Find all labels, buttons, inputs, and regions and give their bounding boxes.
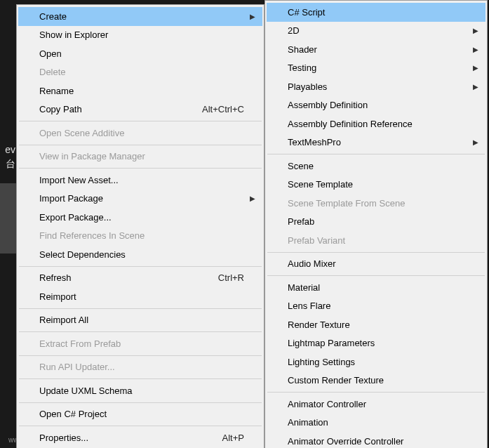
menu-separator	[267, 392, 485, 393]
create-menu-item-playables[interactable]: Playables▶	[267, 77, 485, 96]
menu-item-label: Export Package...	[39, 211, 257, 225]
main-menu-item-open-scene-additive: Open Scene Additive	[18, 124, 262, 143]
chevron-right-icon: ▶	[473, 81, 478, 92]
create-menu-item-material[interactable]: Material	[267, 278, 485, 297]
menu-item-label: Open	[39, 47, 257, 61]
menu-item-label: Import Package	[39, 192, 257, 206]
menu-item-label: Delete	[39, 65, 257, 79]
menu-separator	[19, 168, 262, 169]
menu-item-label: Properties...	[39, 431, 214, 445]
main-menu-item-find-references-in-scene: Find References In Scene	[18, 227, 262, 246]
menu-item-label: Find References In Scene	[39, 229, 257, 243]
menu-item-label: Copy Path	[39, 103, 194, 117]
create-menu-item-animator-controller[interactable]: Animator Controller	[267, 395, 485, 414]
chevron-right-icon: ▶	[473, 137, 478, 147]
create-menu-item-custom-render-texture[interactable]: Custom Render Texture	[267, 371, 485, 390]
context-menu-main: Create▶Show in ExplorerOpenDeleteRenameC…	[16, 4, 264, 448]
create-menu-item-scene[interactable]: Scene	[267, 157, 485, 176]
menu-item-label: Refresh	[39, 271, 210, 285]
menu-item-label: Lightmap Parameters	[288, 336, 480, 350]
main-menu-item-reimport-all[interactable]: Reimport All	[18, 311, 262, 330]
create-menu-item-prefab[interactable]: Prefab	[267, 213, 485, 232]
menu-item-label: C# Script	[288, 6, 480, 20]
create-menu-item-prefab-variant: Prefab Variant	[267, 231, 485, 250]
menu-item-label: Lighting Settings	[288, 355, 480, 369]
create-menu-item-animator-override-controller[interactable]: Animator Override Controller	[267, 432, 485, 448]
chevron-right-icon: ▶	[250, 11, 255, 22]
chevron-right-icon: ▶	[473, 62, 478, 73]
main-menu-item-run-api-updater: Run API Updater...	[18, 358, 262, 377]
menu-item-label: Audio Mixer	[288, 257, 480, 271]
main-menu-item-update-uxml-schema[interactable]: Update UXML Schema	[18, 381, 262, 400]
menu-item-label: Prefab Variant	[288, 234, 480, 248]
menu-item-label: Update UXML Schema	[39, 384, 257, 398]
main-menu-item-export-package[interactable]: Export Package...	[18, 208, 262, 227]
menu-separator	[19, 402, 262, 403]
menu-item-label: Animation	[288, 416, 480, 430]
main-menu-item-import-package[interactable]: Import Package▶	[18, 190, 262, 209]
menu-item-label: View in Package Manager	[39, 150, 257, 164]
menu-separator	[267, 275, 485, 276]
menu-item-label: Run API Updater...	[39, 360, 257, 374]
menu-separator	[19, 121, 262, 121]
create-menu-item-lens-flare[interactable]: Lens Flare	[267, 297, 485, 316]
chevron-right-icon: ▶	[473, 25, 478, 36]
menu-item-label: Create	[39, 10, 257, 24]
menu-item-label: Import New Asset...	[39, 173, 257, 187]
create-menu-item-2d[interactable]: 2D▶	[267, 22, 485, 41]
main-menu-item-rename[interactable]: Rename	[18, 81, 262, 100]
menu-item-label: Shader	[288, 43, 480, 57]
create-menu-item-lightmap-parameters[interactable]: Lightmap Parameters	[267, 334, 485, 353]
menu-item-label: Reimport All	[39, 313, 257, 327]
create-menu-item-assembly-definition[interactable]: Assembly Definition	[267, 96, 485, 115]
create-menu-item-testing[interactable]: Testing▶	[267, 59, 485, 78]
main-menu-item-copy-path[interactable]: Copy PathAlt+Ctrl+C	[18, 100, 262, 119]
main-menu-item-open-c-project[interactable]: Open C# Project	[18, 405, 262, 424]
chevron-right-icon: ▶	[250, 193, 255, 204]
menu-item-label: Material	[288, 281, 480, 295]
partial-text-1: ev	[0, 144, 15, 155]
create-menu-item-render-texture[interactable]: Render Texture	[267, 315, 485, 334]
main-menu-item-refresh[interactable]: RefreshCtrl+R	[18, 269, 262, 288]
menu-item-label: Scene Template	[288, 178, 480, 192]
menu-item-label: Show in Explorer	[39, 28, 257, 42]
chevron-right-icon: ▶	[473, 44, 478, 55]
main-menu-item-select-dependencies[interactable]: Select Dependencies	[18, 245, 262, 264]
menu-item-label: 2D	[288, 24, 480, 38]
main-menu-item-show-in-explorer[interactable]: Show in Explorer	[18, 26, 262, 45]
menu-item-label: Open Scene Additive	[39, 126, 257, 140]
create-menu-item-textmeshpro[interactable]: TextMeshPro▶	[267, 133, 485, 152]
menu-item-label: Extract From Prefab	[39, 337, 257, 351]
menu-item-label: Reimport	[39, 290, 257, 304]
menu-separator	[19, 308, 262, 309]
main-menu-item-delete: Delete	[18, 63, 262, 82]
menu-item-label: Testing	[288, 61, 480, 75]
menu-item-label: TextMeshPro	[288, 136, 480, 150]
create-menu-item-shader[interactable]: Shader▶	[267, 40, 485, 59]
create-menu-item-lighting-settings[interactable]: Lighting Settings	[267, 353, 485, 371]
menu-item-label: Animator Override Controller	[288, 435, 480, 449]
menu-item-label: Lens Flare	[288, 299, 480, 313]
menu-item-label: Render Texture	[288, 318, 480, 332]
create-menu-item-scene-template[interactable]: Scene Template	[267, 176, 485, 195]
menu-separator	[267, 252, 485, 253]
create-menu-item-assembly-definition-reference[interactable]: Assembly Definition Reference	[267, 114, 485, 133]
main-menu-item-properties[interactable]: Properties...Alt+P	[18, 428, 262, 447]
menu-item-label: Scene	[288, 159, 480, 173]
menu-item-shortcut: Ctrl+R	[218, 271, 244, 285]
panel-strip	[0, 183, 16, 253]
menu-item-label: Custom Render Texture	[288, 374, 480, 388]
context-menu-create: C# Script2D▶Shader▶Testing▶Playables▶Ass…	[264, 0, 488, 448]
main-menu-item-create[interactable]: Create▶	[18, 7, 262, 26]
create-menu-item-c-script[interactable]: C# Script	[267, 3, 485, 22]
menu-item-shortcut: Alt+P	[222, 431, 244, 445]
main-menu-item-reimport[interactable]: Reimport	[18, 287, 262, 306]
create-menu-item-audio-mixer[interactable]: Audio Mixer	[267, 255, 485, 274]
main-menu-item-import-new-asset[interactable]: Import New Asset...	[18, 171, 262, 190]
menu-item-label: Animator Controller	[288, 397, 480, 411]
main-menu-item-extract-from-prefab: Extract From Prefab	[18, 334, 262, 353]
create-menu-item-animation[interactable]: Animation	[267, 414, 485, 433]
menu-item-label: Assembly Definition	[288, 98, 480, 112]
main-menu-item-open[interactable]: Open	[18, 44, 262, 63]
menu-separator	[19, 355, 262, 356]
